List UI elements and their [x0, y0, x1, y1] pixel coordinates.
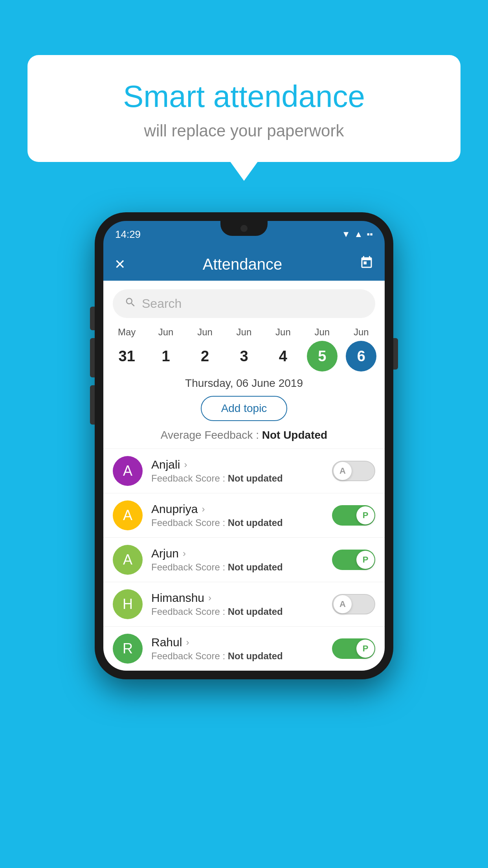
student-name: Anupriya › [151, 502, 332, 516]
avg-feedback: Average Feedback : Not Updated [103, 429, 385, 441]
power-button [393, 338, 398, 370]
student-info: Rahul ›Feedback Score : Not updated [151, 636, 332, 662]
toggle-thumb: P [356, 640, 374, 658]
bubble-subtitle: will replace your paperwork [47, 121, 441, 140]
calendar-day[interactable]: Jun3 [225, 327, 262, 371]
student-feedback: Feedback Score : Not updated [151, 562, 332, 573]
toggle-track: A [332, 461, 375, 481]
chevron-right-icon: › [186, 637, 189, 648]
avatar: H [113, 589, 143, 619]
chevron-right-icon: › [183, 548, 186, 559]
cal-date-label: 4 [268, 341, 298, 371]
student-info: Himanshu ›Feedback Score : Not updated [151, 591, 332, 617]
attendance-toggle[interactable]: A [332, 594, 375, 614]
student-name: Himanshu › [151, 591, 332, 605]
cal-month-label: Jun [314, 327, 330, 338]
search-placeholder: Search [142, 296, 182, 311]
cal-date-label: 2 [190, 341, 220, 371]
camera [240, 225, 248, 232]
toggle-thumb: A [334, 462, 352, 480]
calendar-day[interactable]: May31 [108, 327, 145, 371]
notch [220, 221, 268, 236]
toggle-track: P [332, 505, 375, 526]
wifi-icon: ▼ [342, 229, 350, 239]
search-bar[interactable]: Search [113, 289, 375, 318]
toggle-track: P [332, 638, 375, 659]
student-info: Arjun ›Feedback Score : Not updated [151, 547, 332, 573]
avatar: A [113, 500, 143, 530]
search-icon [125, 296, 136, 311]
cal-date-label: 5 [307, 341, 338, 371]
cal-month-label: May [118, 327, 136, 338]
avatar: A [113, 545, 143, 575]
screen-content: Search May31Jun1Jun2Jun3Jun4Jun5Jun6 Thu… [103, 281, 385, 671]
student-list: AAnjali ›Feedback Score : Not updatedAAA… [103, 449, 385, 671]
add-topic-button[interactable]: Add topic [201, 396, 288, 421]
toggle-thumb: A [334, 595, 352, 613]
toggle-thumb: P [356, 551, 374, 569]
volume-up-button [90, 338, 95, 377]
student-feedback: Feedback Score : Not updated [151, 473, 332, 484]
attendance-toggle[interactable]: P [332, 638, 375, 659]
cal-date-label: 6 [346, 341, 376, 371]
attendance-toggle[interactable]: A [332, 461, 375, 481]
calendar-strip: May31Jun1Jun2Jun3Jun4Jun5Jun6 [103, 327, 385, 371]
calendar-button[interactable] [360, 256, 374, 273]
close-button[interactable]: ✕ [114, 256, 125, 272]
student-name: Anjali › [151, 458, 332, 471]
toggle-track: P [332, 550, 375, 570]
app-toolbar: ✕ Attendance [103, 248, 385, 281]
speech-bubble: Smart attendance will replace your paper… [28, 55, 460, 162]
calendar-day[interactable]: Jun6 [343, 327, 380, 371]
student-feedback: Feedback Score : Not updated [151, 517, 332, 528]
signal-icon: ▲ [354, 229, 363, 239]
chevron-right-icon: › [202, 504, 205, 515]
student-feedback: Feedback Score : Not updated [151, 606, 332, 617]
cal-date-label: 1 [150, 341, 181, 371]
volume-down-button [90, 385, 95, 425]
cal-month-label: Jun [275, 327, 291, 338]
avatar: A [113, 456, 143, 486]
student-feedback: Feedback Score : Not updated [151, 651, 332, 662]
cal-month-label: Jun [354, 327, 369, 338]
avg-feedback-value: Not Updated [262, 429, 327, 441]
student-name: Arjun › [151, 547, 332, 560]
status-bar: 14:29 ▼ ▲ ▪▪ [103, 221, 385, 248]
student-info: Anjali ›Feedback Score : Not updated [151, 458, 332, 484]
avg-feedback-label: Average Feedback : [161, 429, 259, 441]
student-item[interactable]: HHimanshu ›Feedback Score : Not updatedA [103, 582, 385, 626]
phone-container: 14:29 ▼ ▲ ▪▪ ✕ Attendance [95, 212, 393, 679]
speech-bubble-container: Smart attendance will replace your paper… [28, 55, 460, 162]
cal-date-label: 31 [112, 341, 142, 371]
cal-month-label: Jun [237, 327, 252, 338]
cal-month-label: Jun [197, 327, 213, 338]
battery-icon: ▪▪ [367, 229, 373, 239]
student-item[interactable]: AAnupriya ›Feedback Score : Not updatedP [103, 493, 385, 537]
calendar-day[interactable]: Jun2 [186, 327, 224, 371]
attendance-toggle[interactable]: P [332, 550, 375, 570]
calendar-day[interactable]: Jun1 [147, 327, 185, 371]
bubble-title: Smart attendance [47, 79, 441, 114]
student-item[interactable]: RRahul ›Feedback Score : Not updatedP [103, 626, 385, 671]
student-item[interactable]: AAnjali ›Feedback Score : Not updatedA [103, 449, 385, 493]
student-item[interactable]: AArjun ›Feedback Score : Not updatedP [103, 537, 385, 582]
toggle-thumb: P [356, 506, 374, 524]
volume-silent-button [90, 307, 95, 330]
selected-date-label: Thursday, 06 June 2019 [103, 377, 385, 390]
cal-month-label: Jun [158, 327, 174, 338]
status-time: 14:29 [115, 228, 141, 241]
toolbar-title: Attendance [203, 256, 282, 273]
avatar: R [113, 634, 143, 664]
toggle-track: A [332, 594, 375, 614]
status-icons: ▼ ▲ ▪▪ [342, 229, 373, 239]
chevron-right-icon: › [184, 459, 187, 470]
calendar-day[interactable]: Jun4 [264, 327, 302, 371]
calendar-day[interactable]: Jun5 [303, 327, 341, 371]
phone-body: 14:29 ▼ ▲ ▪▪ ✕ Attendance [95, 212, 393, 679]
cal-date-label: 3 [229, 341, 259, 371]
attendance-toggle[interactable]: P [332, 505, 375, 526]
student-name: Rahul › [151, 636, 332, 649]
chevron-right-icon: › [208, 592, 211, 603]
student-info: Anupriya ›Feedback Score : Not updated [151, 502, 332, 528]
